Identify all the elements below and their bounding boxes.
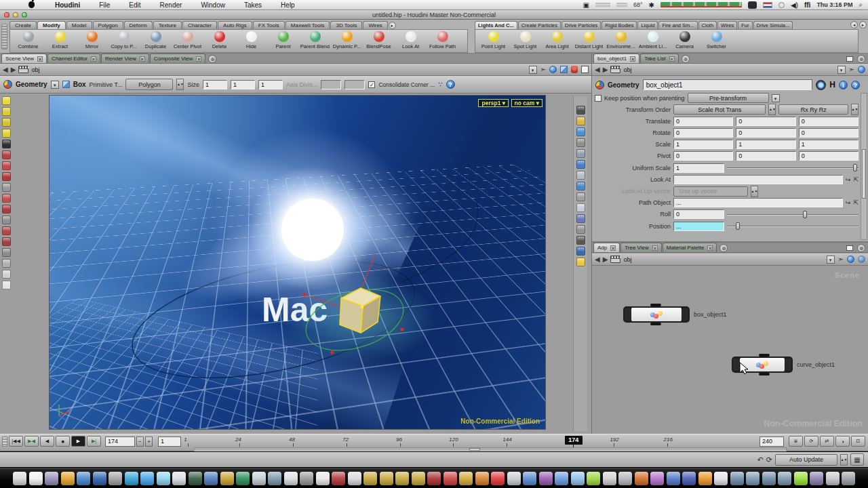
- xform-order-dropdown[interactable]: Scale Rot Trans: [673, 104, 766, 115]
- help-icon[interactable]: ?: [851, 81, 860, 89]
- back-icon[interactable]: ◀: [3, 66, 8, 73]
- loop-mode-button[interactable]: ⇄: [820, 436, 834, 447]
- pane-tab[interactable]: Material Palette ✕: [663, 243, 717, 252]
- dock-app-icon[interactable]: [284, 472, 298, 485]
- shelf-tool[interactable]: Area Light: [541, 30, 573, 52]
- translate-x-field[interactable]: 0: [673, 117, 733, 126]
- view-control-icon[interactable]: [576, 225, 585, 234]
- dock-app-icon[interactable]: [523, 472, 536, 485]
- shelf-tab[interactable]: Modify: [37, 21, 66, 29]
- shelf-drag-grip[interactable]: [1, 24, 7, 49]
- playbar-grip[interactable]: [2, 436, 7, 447]
- dock-app-icon[interactable]: [507, 472, 521, 485]
- shelf-tab-menu-icon[interactable]: ▸: [389, 22, 396, 29]
- play-button[interactable]: ▶: [71, 436, 85, 447]
- timeline-range-slider[interactable]: [194, 447, 787, 451]
- dock-app-icon[interactable]: [348, 472, 361, 485]
- shelf-tab[interactable]: Create: [9, 21, 37, 29]
- gear-icon[interactable]: ✱: [649, 1, 654, 9]
- dock-app-icon[interactable]: [363, 472, 377, 485]
- dock-app-icon[interactable]: [172, 472, 186, 485]
- character-icon[interactable]: [571, 66, 578, 73]
- shelf-tab[interactable]: Rigid Bodies: [601, 21, 637, 29]
- houdini-expr-button[interactable]: H: [829, 80, 835, 89]
- shelf-scroll-left-icon[interactable]: ◂: [850, 21, 858, 28]
- dock-app-icon[interactable]: [204, 472, 218, 485]
- shelf-tool[interactable]: Dynamic P...: [331, 30, 363, 52]
- dock-app-icon[interactable]: [300, 472, 313, 485]
- pivot-y-field[interactable]: 0: [736, 151, 795, 161]
- node-left-flag[interactable]: [625, 308, 631, 321]
- node-name-field[interactable]: box_object1: [643, 79, 813, 90]
- shelf-tool[interactable]: Ambient Li...: [637, 30, 669, 52]
- dock-app-icon[interactable]: [45, 472, 58, 485]
- dock-app-icon[interactable]: [236, 472, 250, 485]
- roll-field[interactable]: 0: [673, 209, 724, 219]
- display-options-icon[interactable]: [581, 66, 589, 73]
- dock-app-icon[interactable]: [842, 472, 855, 485]
- pane-tab[interactable]: Scene View ✕: [1, 54, 47, 63]
- dock-app-icon[interactable]: [650, 472, 664, 485]
- viewport-tool-icon[interactable]: [2, 259, 11, 268]
- view-control-icon[interactable]: [576, 127, 585, 136]
- size-y-field[interactable]: 1: [231, 80, 255, 89]
- shelf-tool[interactable]: Camera: [669, 30, 701, 52]
- viewport-tool-icon[interactable]: [2, 118, 11, 127]
- back-icon[interactable]: ◀: [595, 256, 600, 263]
- close-tab-icon[interactable]: ✕: [707, 245, 713, 251]
- viewport-tool-icon[interactable]: [2, 226, 11, 235]
- close-tab-icon[interactable]: ✕: [652, 245, 658, 251]
- dock-app-icon[interactable]: [459, 472, 473, 485]
- viewport-tool-icon[interactable]: [2, 96, 11, 105]
- position-slider[interactable]: [727, 222, 859, 230]
- undo-icon[interactable]: ↶: [757, 455, 764, 464]
- scale-x-field[interactable]: 1: [673, 140, 733, 149]
- viewport-tool-icon[interactable]: [2, 183, 11, 192]
- dock-app-icon[interactable]: [316, 472, 330, 485]
- close-tab-icon[interactable]: ✕: [630, 56, 635, 62]
- viewport-tool-icon[interactable]: [2, 237, 11, 246]
- next-keyframe-button[interactable]: ▶|: [87, 436, 101, 447]
- info-icon[interactable]: i: [839, 81, 848, 89]
- xform-order-stepper[interactable]: ▲▼: [768, 104, 776, 115]
- menu-item[interactable]: Window: [191, 1, 235, 9]
- shelf-tab[interactable]: Auto Rigs: [218, 21, 252, 29]
- network-path[interactable]: obj: [31, 66, 39, 73]
- view-control-icon[interactable]: [576, 160, 585, 169]
- dock-app-icon[interactable]: [332, 472, 345, 485]
- pin-icon[interactable]: ➣: [540, 66, 546, 73]
- network-path[interactable]: obj: [623, 256, 631, 263]
- cpu-graph-icon[interactable]: [660, 2, 742, 7]
- shelf-tab[interactable]: Cloth: [698, 21, 717, 29]
- search-icon[interactable]: [858, 256, 865, 263]
- rotate-order-dropdown[interactable]: Rx Ry Rz: [778, 104, 848, 115]
- temperature-status[interactable]: 68°: [633, 1, 643, 8]
- new-tab-icon[interactable]: ⊕: [719, 244, 728, 252]
- dock-app-icon[interactable]: [61, 472, 75, 485]
- shelf-tool[interactable]: Parent Blend: [299, 30, 331, 52]
- op-select-icon[interactable]: ⇱: [853, 199, 859, 206]
- dock-app-icon[interactable]: [778, 472, 791, 485]
- menu-item[interactable]: Houdini: [45, 1, 90, 9]
- look-at-field[interactable]: [673, 175, 843, 184]
- spotlight-icon[interactable]: ⌕: [859, 1, 863, 9]
- menu-item[interactable]: Edit: [119, 1, 150, 9]
- menu-item[interactable]: Help: [271, 1, 304, 9]
- rotate-y-field[interactable]: 0: [736, 128, 795, 138]
- dock-app-icon[interactable]: [412, 472, 425, 485]
- viewport-tool-icon[interactable]: [2, 161, 11, 170]
- scale-z-field[interactable]: 1: [799, 140, 859, 149]
- menu-item[interactable]: Takes: [235, 1, 271, 9]
- shelf-tab[interactable]: Wires: [363, 21, 387, 29]
- dock-app-icon[interactable]: [555, 472, 568, 485]
- close-tab-icon[interactable]: ✕: [91, 56, 96, 62]
- dock-app-icon[interactable]: [77, 472, 90, 485]
- view-control-icon[interactable]: [576, 182, 585, 190]
- apple-menu-icon[interactable]: [28, 1, 35, 8]
- shelf-tool[interactable]: Copy to P...: [108, 30, 140, 52]
- shelf-tab[interactable]: 3D Tools: [330, 21, 362, 29]
- maximize-pane-icon[interactable]: [846, 56, 853, 62]
- shelf-tool[interactable]: Hide: [235, 30, 267, 52]
- viewport-3d[interactable]: Mac: [49, 95, 546, 430]
- start-frame-field[interactable]: 1: [158, 436, 181, 447]
